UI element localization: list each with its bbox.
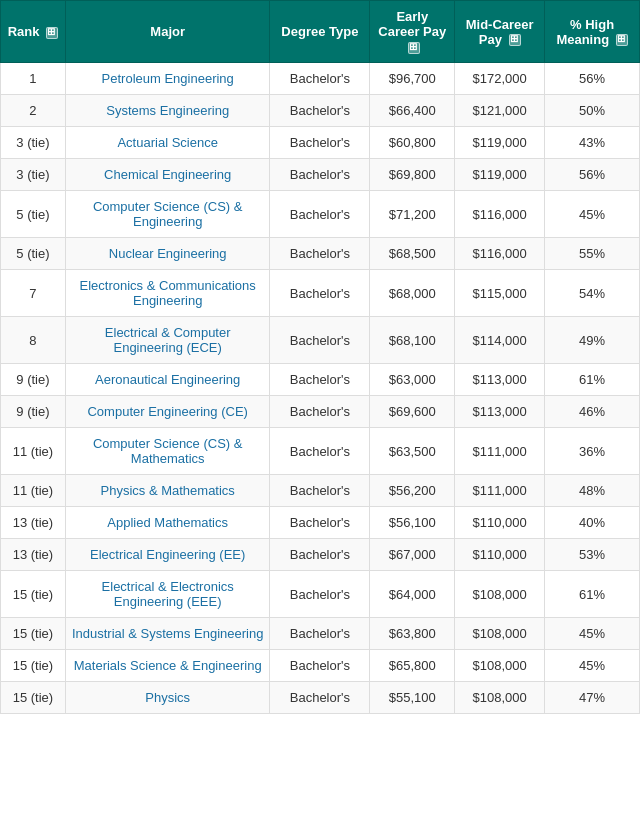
- table-row: 15 (tie)PhysicsBachelor's$55,100$108,000…: [1, 682, 640, 714]
- mid-pay-cell: $114,000: [455, 317, 545, 364]
- rank-cell: 11 (tie): [1, 428, 66, 475]
- degree-cell: Bachelor's: [270, 364, 370, 396]
- high-meaning-cell: 47%: [545, 682, 640, 714]
- table-row: 5 (tie)Computer Science (CS) & Engineeri…: [1, 191, 640, 238]
- rank-cell: 15 (tie): [1, 618, 66, 650]
- rankings-table: Rank Major Degree Type Early Career Pay …: [0, 0, 640, 714]
- early-pay-cell: $55,100: [370, 682, 455, 714]
- rank-cell: 11 (tie): [1, 475, 66, 507]
- table-row: 1Petroleum EngineeringBachelor's$96,700$…: [1, 63, 640, 95]
- degree-cell: Bachelor's: [270, 317, 370, 364]
- major-cell[interactable]: Petroleum Engineering: [65, 63, 270, 95]
- early-pay-cell: $68,100: [370, 317, 455, 364]
- mid-pay-cell: $108,000: [455, 682, 545, 714]
- early-pay-cell: $67,000: [370, 539, 455, 571]
- major-header: Major: [65, 1, 270, 63]
- high-meaning-cell: 46%: [545, 396, 640, 428]
- high-meaning-cell: 40%: [545, 507, 640, 539]
- rank-cell: 13 (tie): [1, 539, 66, 571]
- major-cell[interactable]: Applied Mathematics: [65, 507, 270, 539]
- mid-pay-cell: $172,000: [455, 63, 545, 95]
- rank-cell: 8: [1, 317, 66, 364]
- table-row: 13 (tie)Applied MathematicsBachelor's$56…: [1, 507, 640, 539]
- degree-cell: Bachelor's: [270, 571, 370, 618]
- high-meaning-cell: 45%: [545, 650, 640, 682]
- degree-cell: Bachelor's: [270, 238, 370, 270]
- table-row: 15 (tie)Materials Science & EngineeringB…: [1, 650, 640, 682]
- high-meaning-cell: 61%: [545, 364, 640, 396]
- rank-cell: 5 (tie): [1, 191, 66, 238]
- mid-pay-cell: $110,000: [455, 539, 545, 571]
- degree-cell: Bachelor's: [270, 507, 370, 539]
- mid-pay-cell: $111,000: [455, 428, 545, 475]
- high-meaning-cell: 49%: [545, 317, 640, 364]
- rank-cell: 15 (tie): [1, 571, 66, 618]
- high-meaning-cell: 54%: [545, 270, 640, 317]
- early-pay-cell: $68,500: [370, 238, 455, 270]
- sort-icon-meaning[interactable]: [616, 34, 628, 46]
- table-row: 2Systems EngineeringBachelor's$66,400$12…: [1, 95, 640, 127]
- high-meaning-cell: 55%: [545, 238, 640, 270]
- early-pay-cell: $66,400: [370, 95, 455, 127]
- major-cell[interactable]: Materials Science & Engineering: [65, 650, 270, 682]
- early-pay-cell: $60,800: [370, 127, 455, 159]
- table-row: 7Electronics & Communications Engineerin…: [1, 270, 640, 317]
- mid-pay-cell: $111,000: [455, 475, 545, 507]
- early-pay-cell: $71,200: [370, 191, 455, 238]
- major-cell[interactable]: Electrical Engineering (EE): [65, 539, 270, 571]
- table-row: 5 (tie)Nuclear EngineeringBachelor's$68,…: [1, 238, 640, 270]
- early-pay-cell: $96,700: [370, 63, 455, 95]
- major-cell[interactable]: Aeronautical Engineering: [65, 364, 270, 396]
- degree-cell: Bachelor's: [270, 159, 370, 191]
- table-row: 11 (tie)Computer Science (CS) & Mathemat…: [1, 428, 640, 475]
- major-cell[interactable]: Computer Engineering (CE): [65, 396, 270, 428]
- mid-pay-cell: $113,000: [455, 364, 545, 396]
- early-pay-cell: $63,000: [370, 364, 455, 396]
- degree-cell: Bachelor's: [270, 127, 370, 159]
- rank-cell: 3 (tie): [1, 159, 66, 191]
- table-row: 15 (tie)Electrical & Electronics Enginee…: [1, 571, 640, 618]
- major-cell[interactable]: Electrical & Computer Engineering (ECE): [65, 317, 270, 364]
- major-cell[interactable]: Chemical Engineering: [65, 159, 270, 191]
- mid-pay-cell: $108,000: [455, 618, 545, 650]
- table-row: 13 (tie)Electrical Engineering (EE)Bache…: [1, 539, 640, 571]
- rank-cell: 13 (tie): [1, 507, 66, 539]
- sort-icon[interactable]: [46, 27, 58, 39]
- major-cell[interactable]: Physics: [65, 682, 270, 714]
- major-cell[interactable]: Nuclear Engineering: [65, 238, 270, 270]
- mid-pay-cell: $116,000: [455, 191, 545, 238]
- sort-icon-early[interactable]: [408, 42, 420, 54]
- major-cell[interactable]: Computer Science (CS) & Engineering: [65, 191, 270, 238]
- major-cell[interactable]: Actuarial Science: [65, 127, 270, 159]
- mid-pay-cell: $115,000: [455, 270, 545, 317]
- degree-cell: Bachelor's: [270, 270, 370, 317]
- high-meaning-cell: 43%: [545, 127, 640, 159]
- high-meaning-cell: 50%: [545, 95, 640, 127]
- mid-pay-cell: $119,000: [455, 159, 545, 191]
- degree-cell: Bachelor's: [270, 475, 370, 507]
- rank-cell: 3 (tie): [1, 127, 66, 159]
- high-meaning-header: % High Meaning: [545, 1, 640, 63]
- rank-cell: 9 (tie): [1, 364, 66, 396]
- early-pay-cell: $69,600: [370, 396, 455, 428]
- table-row: 9 (tie)Computer Engineering (CE)Bachelor…: [1, 396, 640, 428]
- major-cell[interactable]: Computer Science (CS) & Mathematics: [65, 428, 270, 475]
- major-cell[interactable]: Physics & Mathematics: [65, 475, 270, 507]
- degree-cell: Bachelor's: [270, 682, 370, 714]
- major-cell[interactable]: Electronics & Communications Engineering: [65, 270, 270, 317]
- table-row: 8Electrical & Computer Engineering (ECE)…: [1, 317, 640, 364]
- major-cell[interactable]: Systems Engineering: [65, 95, 270, 127]
- major-cell[interactable]: Electrical & Electronics Engineering (EE…: [65, 571, 270, 618]
- degree-cell: Bachelor's: [270, 539, 370, 571]
- sort-icon-mid[interactable]: [509, 34, 521, 46]
- high-meaning-cell: 56%: [545, 159, 640, 191]
- degree-cell: Bachelor's: [270, 428, 370, 475]
- rank-header: Rank: [1, 1, 66, 63]
- major-cell[interactable]: Industrial & Systems Engineering: [65, 618, 270, 650]
- degree-cell: Bachelor's: [270, 396, 370, 428]
- rank-cell: 1: [1, 63, 66, 95]
- rank-cell: 9 (tie): [1, 396, 66, 428]
- high-meaning-cell: 45%: [545, 191, 640, 238]
- early-pay-cell: $56,200: [370, 475, 455, 507]
- degree-cell: Bachelor's: [270, 618, 370, 650]
